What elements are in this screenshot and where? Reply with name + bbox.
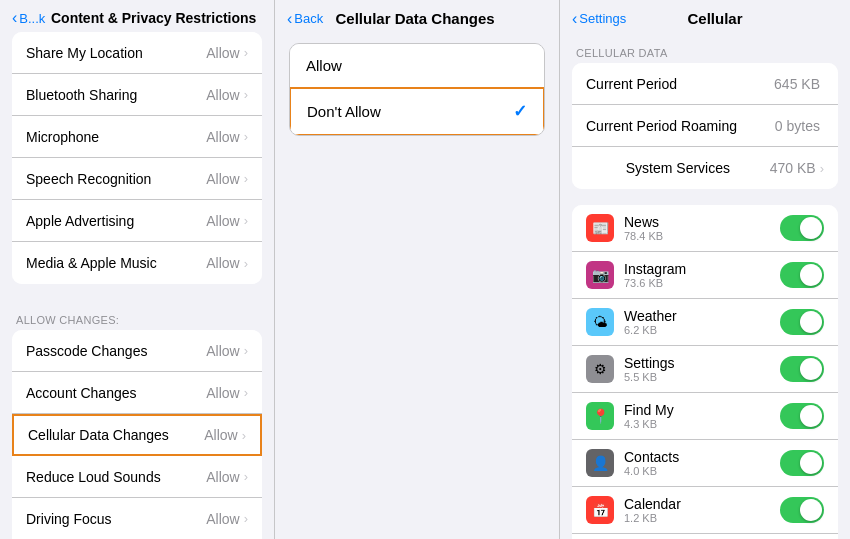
item-value: Allow [206,511,239,527]
app-row[interactable]: 👤 Contacts 4.0 KB [572,440,838,487]
option-group: Allow Don't Allow ✓ [289,43,545,136]
chevron-right-icon: › [244,256,248,271]
app-toggle[interactable] [780,450,824,476]
panel2-options: Allow Don't Allow ✓ [275,43,559,136]
app-toggle[interactable] [780,262,824,288]
item-value: Allow [206,171,239,187]
back-chevron-icon: ‹ [12,10,17,26]
panel1-top-list: Share My Location Allow › Bluetooth Shar… [12,32,262,284]
system-services-label: System Services [586,160,770,176]
panel1-section-label: ALLOW CHANGES: [0,300,274,330]
app-name: Contacts [624,449,780,465]
option-item[interactable]: Allow [290,44,544,88]
option-item[interactable]: Don't Allow ✓ [289,87,545,136]
row-label: Current Period [586,76,774,92]
app-row[interactable]: 📅 Calendar 1.2 KB [572,487,838,534]
panel3-top-list: Current Period 645 KB Current Period Roa… [572,63,838,189]
item-value: Allow [206,45,239,61]
list-item[interactable]: Reduce Loud Sounds Allow › [12,456,262,498]
item-label: Media & Apple Music [26,255,206,271]
item-label: Passcode Changes [26,343,206,359]
app-size: 6.2 KB [624,324,780,336]
app-name: Calendar [624,496,780,512]
app-row[interactable]: 💡 Tips 0.8 KB [572,534,838,539]
item-label: Speech Recognition [26,171,206,187]
chevron-right-icon: › [244,469,248,484]
app-size: 4.3 KB [624,418,780,430]
item-label: Account Changes [26,385,206,401]
panel-cellular: ‹ Settings Cellular CELLULAR DATA Curren… [560,0,850,539]
list-item[interactable]: Apple Advertising Allow › [12,200,262,242]
option-label: Allow [306,57,528,74]
app-toggle[interactable] [780,215,824,241]
panel3-title: Cellular [592,10,838,27]
panel3-section-label: CELLULAR DATA [560,33,850,63]
item-value: Allow [206,213,239,229]
panel1-navbar: ‹ B...k Content & Privacy Restrictions [0,0,274,32]
app-row[interactable]: 📰 News 78.4 KB [572,205,838,252]
app-info: Contacts 4.0 KB [624,449,780,477]
list-item[interactable]: Account Changes Allow › [12,372,262,414]
chevron-right-icon: › [244,213,248,228]
panel1-back-label: B...k [19,11,45,26]
item-label: Driving Focus [26,511,206,527]
chevron-right-icon: › [244,129,248,144]
app-name: Settings [624,355,780,371]
list-item[interactable]: Passcode Changes Allow › [12,330,262,372]
chevron-right-icon: › [244,385,248,400]
panel3-apps-list: 📰 News 78.4 KB 📷 Instagram 73.6 KB 🌤 Wea… [572,205,838,539]
app-info: Calendar 1.2 KB [624,496,780,524]
app-info: Instagram 73.6 KB [624,261,780,289]
app-name: Find My [624,402,780,418]
item-value: Allow [206,255,239,271]
chevron-right-icon: › [244,511,248,526]
app-toggle[interactable] [780,309,824,335]
system-services-row[interactable]: System Services 470 KB › [572,147,838,189]
app-row[interactable]: 🌤 Weather 6.2 KB [572,299,838,346]
app-info: Settings 5.5 KB [624,355,780,383]
list-item[interactable]: Share My Location Allow › [12,32,262,74]
chevron-right-icon: › [244,87,248,102]
panel2-title: Cellular Data Changes [283,10,547,27]
list-item[interactable]: Speech Recognition Allow › [12,158,262,200]
app-row[interactable]: ⚙ Settings 5.5 KB [572,346,838,393]
panel2-navbar: ‹ Back Cellular Data Changes [275,0,559,33]
list-item[interactable]: Cellular Data Changes Allow › [12,414,262,456]
app-info: News 78.4 KB [624,214,780,242]
item-value: Allow [206,385,239,401]
app-row[interactable]: 📍 Find My 4.3 KB [572,393,838,440]
app-icon: 📷 [586,261,614,289]
app-info: Find My 4.3 KB [624,402,780,430]
app-icon: ⚙ [586,355,614,383]
list-item[interactable]: Bluetooth Sharing Allow › [12,74,262,116]
option-label: Don't Allow [307,103,513,120]
item-label: Cellular Data Changes [28,427,204,443]
chevron-right-icon: › [242,428,246,443]
cellular-data-row[interactable]: Current Period 645 KB [572,63,838,105]
item-label: Share My Location [26,45,206,61]
panel-content-privacy: ‹ B...k Content & Privacy Restrictions S… [0,0,275,539]
app-icon: 📰 [586,214,614,242]
item-value: Allow [206,343,239,359]
app-name: News [624,214,780,230]
cellular-data-row[interactable]: Current Period Roaming 0 bytes [572,105,838,147]
item-value: Allow [206,87,239,103]
app-size: 5.5 KB [624,371,780,383]
app-size: 1.2 KB [624,512,780,524]
app-toggle[interactable] [780,356,824,382]
panel1-bottom-list: Passcode Changes Allow › Account Changes… [12,330,262,539]
panel1-back-button[interactable]: ‹ B...k [12,10,45,26]
app-row[interactable]: 📷 Instagram 73.6 KB [572,252,838,299]
list-item[interactable]: Driving Focus Allow › [12,498,262,539]
app-toggle[interactable] [780,497,824,523]
back-chevron-icon: ‹ [572,11,577,27]
app-toggle[interactable] [780,403,824,429]
app-icon: 🌤 [586,308,614,336]
item-value: Allow [206,469,239,485]
list-item[interactable]: Media & Apple Music Allow › [12,242,262,284]
panel3-navbar: ‹ Settings Cellular [560,0,850,33]
app-icon: 📅 [586,496,614,524]
app-info: Weather 6.2 KB [624,308,780,336]
list-item[interactable]: Microphone Allow › [12,116,262,158]
system-services-value: 470 KB [770,160,816,176]
